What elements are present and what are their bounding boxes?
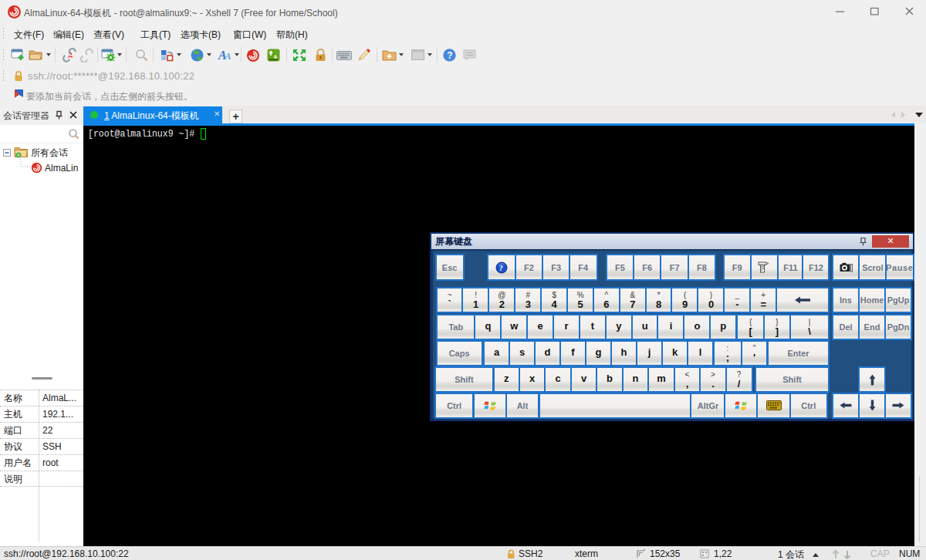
svg-text:?: ?	[498, 263, 503, 272]
svg-text:?: ?	[447, 50, 452, 61]
svg-text:A: A	[224, 50, 231, 62]
